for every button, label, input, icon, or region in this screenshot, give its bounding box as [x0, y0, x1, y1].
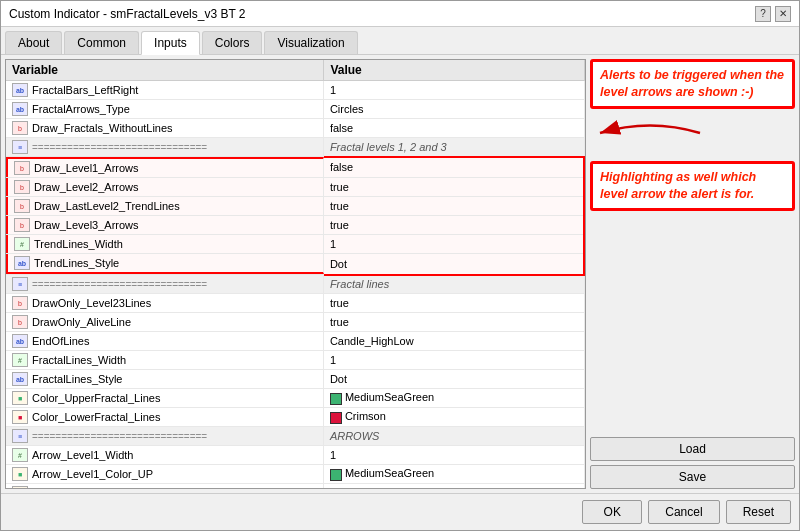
- var-name: EndOfLines: [32, 335, 89, 347]
- var-name: Draw_Fractals_WithoutLines: [32, 122, 173, 134]
- table-row[interactable]: bDrawOnly_Level23Linestrue: [6, 294, 584, 313]
- var-cell: abFractalBars_LeftRight: [6, 81, 324, 99]
- val-cell: 1: [324, 446, 584, 465]
- var-cell: ≡==============================: [6, 275, 324, 293]
- val-cell: Fractal lines: [324, 275, 584, 294]
- var-cell: ■Color_UpperFractal_Lines: [6, 389, 324, 407]
- tab-about[interactable]: About: [5, 31, 62, 54]
- annotation-box-1: Alerts to be triggered when the level ar…: [590, 59, 795, 109]
- val-cell: 1: [324, 81, 584, 100]
- table-row[interactable]: #Arrow_Level1_Width1: [6, 446, 584, 465]
- table-row[interactable]: ≡==============================Fractal l…: [6, 138, 584, 157]
- load-button[interactable]: Load: [590, 437, 795, 461]
- var-cell: ≡==============================: [6, 427, 324, 445]
- row-icon: ab: [12, 372, 28, 386]
- save-button[interactable]: Save: [590, 465, 795, 489]
- table-row[interactable]: ■Arrow_Level1_Color_DNCrimson: [6, 484, 584, 490]
- val-cell: true: [324, 216, 584, 235]
- var-cell: bDraw_Level2_Arrows: [6, 178, 324, 196]
- title-bar: Custom Indicator - smFractalLevels_v3 BT…: [1, 1, 799, 27]
- row-icon: ≡: [12, 429, 28, 443]
- row-icon: ■: [12, 410, 28, 424]
- var-name: Draw_Level1_Arrows: [34, 162, 139, 174]
- table-row[interactable]: bDraw_Level3_Arrowstrue: [6, 216, 584, 235]
- table-row[interactable]: ≡==============================ARROWS: [6, 427, 584, 446]
- row-icon: b: [14, 180, 30, 194]
- var-cell: ■Arrow_Level1_Color_UP: [6, 465, 324, 483]
- row-icon: ab: [12, 83, 28, 97]
- title-buttons: ? ✕: [755, 6, 791, 22]
- row-icon: b: [12, 121, 28, 135]
- table-wrapper[interactable]: Variable Value abFractalBars_LeftRight1a…: [5, 59, 586, 489]
- annotation-text-2: Highlighting as well which level arrow t…: [600, 169, 785, 203]
- val-cell: true: [324, 197, 584, 216]
- var-name: Color_UpperFractal_Lines: [32, 392, 160, 404]
- table-row[interactable]: #TrendLines_Width1: [6, 235, 584, 254]
- table-row[interactable]: ≡==============================Fractal l…: [6, 275, 584, 294]
- help-button[interactable]: ?: [755, 6, 771, 22]
- table-row[interactable]: abFractalBars_LeftRight1: [6, 81, 584, 100]
- cancel-button[interactable]: Cancel: [648, 500, 719, 524]
- val-cell: Circles: [324, 100, 584, 119]
- row-icon: ab: [12, 334, 28, 348]
- tab-colors[interactable]: Colors: [202, 31, 263, 54]
- reset-button[interactable]: Reset: [726, 500, 791, 524]
- row-icon: b: [14, 218, 30, 232]
- var-name: Arrow_Level1_Color_UP: [32, 468, 153, 480]
- row-icon: ≡: [12, 277, 28, 291]
- row-icon: ab: [14, 256, 30, 270]
- var-name: Color_LowerFractal_Lines: [32, 411, 160, 423]
- table-row[interactable]: abEndOfLinesCandle_HighLow: [6, 332, 584, 351]
- var-name: DrawOnly_Level23Lines: [32, 297, 151, 309]
- color-swatch: [330, 488, 342, 489]
- bottom-bar: OK Cancel Reset: [1, 493, 799, 530]
- row-icon: #: [12, 353, 28, 367]
- val-cell: Crimson: [324, 408, 584, 427]
- table-row[interactable]: #FractalLines_Width1: [6, 351, 584, 370]
- var-cell: bDrawOnly_AliveLine: [6, 313, 324, 331]
- row-icon: b: [12, 315, 28, 329]
- var-cell: #TrendLines_Width: [6, 235, 324, 253]
- table-row[interactable]: ■Color_UpperFractal_LinesMediumSeaGreen: [6, 389, 584, 408]
- color-swatch: [330, 469, 342, 481]
- val-cell: ARROWS: [324, 427, 584, 446]
- tab-visualization[interactable]: Visualization: [264, 31, 357, 54]
- table-row[interactable]: abFractalLines_StyleDot: [6, 370, 584, 389]
- var-cell: #Arrow_Level1_Width: [6, 446, 324, 464]
- var-cell: ≡==============================: [6, 138, 324, 156]
- table-row[interactable]: abFractalArrows_TypeCircles: [6, 100, 584, 119]
- row-icon: ■: [12, 391, 28, 405]
- var-name: Arrow_Level1_Width: [32, 449, 134, 461]
- table-row[interactable]: abTrendLines_StyleDot: [6, 254, 584, 275]
- table-row[interactable]: ■Arrow_Level1_Color_UPMediumSeaGreen: [6, 465, 584, 484]
- color-swatch: [330, 393, 342, 405]
- table-row[interactable]: bDraw_LastLevel2_TrendLinestrue: [6, 197, 584, 216]
- var-name: FractalArrows_Type: [32, 103, 130, 115]
- val-cell: MediumSeaGreen: [324, 389, 584, 408]
- var-name: Arrow_Level1_Color_DN: [32, 487, 154, 489]
- table-row[interactable]: bDrawOnly_AliveLinetrue: [6, 313, 584, 332]
- var-cell: bDrawOnly_Level23Lines: [6, 294, 324, 312]
- table-row[interactable]: bDraw_Fractals_WithoutLinesfalse: [6, 119, 584, 138]
- var-cell: bDraw_Level1_Arrows: [6, 157, 324, 177]
- table-row[interactable]: ■Color_LowerFractal_LinesCrimson: [6, 408, 584, 427]
- var-cell: ■Arrow_Level1_Color_DN: [6, 484, 324, 489]
- tab-common[interactable]: Common: [64, 31, 139, 54]
- table-row[interactable]: bDraw_Level1_Arrowsfalse: [6, 157, 584, 178]
- val-cell: true: [324, 294, 584, 313]
- val-cell: Fractal levels 1, 2 and 3: [324, 138, 584, 157]
- var-cell: abTrendLines_Style: [6, 254, 324, 274]
- main-window: Custom Indicator - smFractalLevels_v3 BT…: [0, 0, 800, 531]
- var-name: FractalBars_LeftRight: [32, 84, 138, 96]
- val-cell: true: [324, 178, 584, 197]
- row-icon: #: [14, 237, 30, 251]
- close-button[interactable]: ✕: [775, 6, 791, 22]
- var-name: ==============================: [32, 431, 207, 442]
- table-row[interactable]: bDraw_Level2_Arrowstrue: [6, 178, 584, 197]
- arrow-svg: [590, 113, 710, 153]
- row-icon: ■: [12, 486, 28, 489]
- annotation-text-1: Alerts to be triggered when the level ar…: [600, 67, 785, 101]
- tab-inputs[interactable]: Inputs: [141, 31, 200, 55]
- var-cell: ■Color_LowerFractal_Lines: [6, 408, 324, 426]
- ok-button[interactable]: OK: [582, 500, 642, 524]
